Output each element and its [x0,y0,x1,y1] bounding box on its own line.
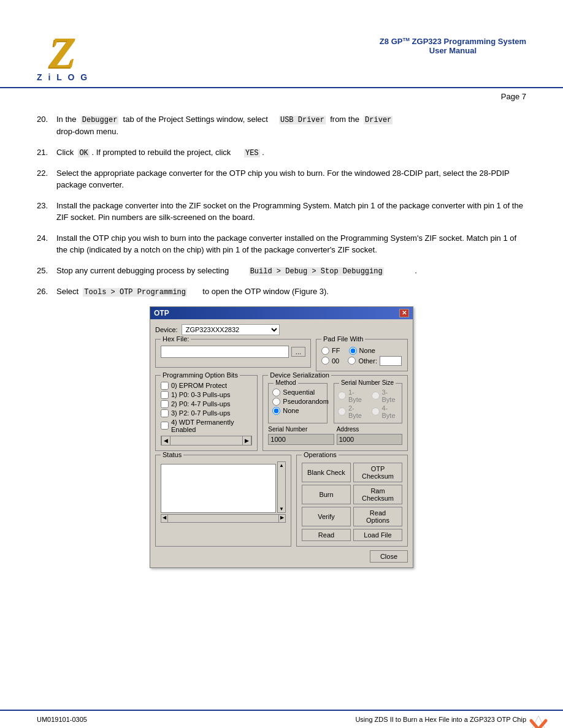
method-none-label: None [283,407,299,414]
status-group: Status ▲ ▼ ◀ ▶ [155,455,291,547]
checkbox-p2-07[interactable] [161,409,169,417]
read-options-button[interactable]: Read Options [353,507,402,526]
step-26-text: Select Tools > OTP Programming to open t… [56,286,526,298]
checkbox-1: 1) P0: 0-3 Pulls-ups [161,391,252,399]
step-23-num: 23. [37,200,56,224]
checkbox-4: 4) WDT Permanently Enabled [161,419,252,433]
prog-option-legend: Programming Option Bits [161,371,240,379]
status-legend: Status [161,451,183,458]
pad-ff-radio[interactable] [321,347,329,355]
method-sequential-row: Sequential [272,389,323,396]
size-4byte-label: 4-Byte [382,404,398,419]
address-input [337,434,402,445]
step-25-num: 25. [37,265,56,277]
scroll-track [170,436,242,445]
logo-text: Z i L O G [37,72,89,82]
device-label: Device: [155,326,178,333]
serial-number-label: Serial Number [268,426,334,433]
step-22: 22. Select the appropriate package conve… [37,167,526,191]
pad-ff-label: FF [332,347,340,354]
step-26: 26. Select Tools > OTP Programming to op… [37,286,526,298]
header-right: Z8 GPTM ZGP323 Programming System User M… [380,31,526,55]
read-button[interactable]: Read [302,529,351,541]
step-25: 25. Stop any current debugging process b… [37,265,526,277]
prog-option-group: Programming Option Bits 0) EPROM Protect… [155,375,258,451]
device-serial-legend: Device Serialization [268,371,331,379]
method-sequential-radio[interactable] [272,389,280,396]
size-3byte-radio [372,392,380,400]
size-1byte-row: 1-Byte 3-Byte [338,389,398,403]
step-23-text: Install the package converter into the Z… [56,200,526,224]
step-20-text: In the Debugger tab of the Project Setti… [56,113,526,138]
blank-check-button[interactable]: Blank Check [302,463,351,482]
checkbox-p0-47[interactable] [161,400,169,408]
step-23: 23. Install the package converter into t… [37,200,526,224]
step-24-text: Install the OTP chip you wish to burn in… [56,232,526,256]
step-22-num: 22. [37,167,56,191]
step-21-code-ok: OK [78,149,89,157]
ram-checksum-button[interactable]: Ram Checksum [353,485,402,504]
method-none-radio[interactable] [272,407,280,415]
serial-address-row: Serial Number Address [268,426,402,445]
verify-button[interactable]: Verify [302,507,351,526]
burn-button[interactable]: Burn [302,485,351,504]
footer-center: Using ZDS II to Burn a Hex File into a Z… [355,716,526,723]
step-25-code-build: Build > Debug > Stop Debugging [249,267,384,276]
serial-size-legend: Serial Number Size [339,379,396,386]
pad-00-row: 00 Other: [321,356,402,366]
checkbox-wdt[interactable] [161,422,169,430]
dialog-close-button[interactable]: ✕ [399,309,409,317]
method-pseudo-label: Pseudorandom [283,398,329,405]
step-21-code-yes: YES [244,149,260,157]
hex-browse-button[interactable]: ... [291,347,305,357]
size-1byte-radio [338,392,346,400]
hex-file-input[interactable] [161,346,289,358]
dialog-container: OTP ✕ Device: ZGP323XXX2832 [37,306,526,568]
load-file-button[interactable]: Load File [353,529,402,541]
pad-other-label: Other: [358,357,377,365]
checkbox-0: 0) EPROM Protect [161,382,252,390]
status-scroll-up[interactable]: ▲ [279,463,284,468]
step-21: 21. Click OK . If prompted to rebuild th… [37,146,526,159]
dialog-body: Device: ZGP323XXX2832 Hex File: ... [150,319,413,567]
size-2byte-row: 2-Byte 4-Byte [338,404,398,419]
pad-ff-row: FF None [321,347,402,355]
size-2byte-radio [338,408,346,415]
footer-left: UM019101-0305 [37,716,87,723]
hex-file-row: ... [161,346,305,358]
pad-other-radio[interactable] [348,357,356,365]
otp-checksum-button[interactable]: OTP Checksum [353,463,402,482]
otp-dialog: OTP ✕ Device: ZGP323XXX2832 [150,306,413,568]
checkbox-p0-03[interactable] [161,391,169,399]
step-21-text: Click OK . If prompted to rebuild the pr… [56,146,526,159]
status-scroll-down[interactable]: ▼ [279,506,284,512]
status-textarea[interactable] [161,464,276,513]
dialog-title: OTP [154,309,169,317]
pad-none-radio[interactable] [349,347,357,355]
method-none-row: None [272,407,323,415]
logo-z-letter: Z [50,31,77,75]
step-20-code-usbdriver: USB Driver [279,116,326,124]
method-legend: Method [274,379,297,386]
status-hscroll-left[interactable]: ◀ [161,515,168,522]
page-number: Page 7 [0,88,563,101]
page-container: Z Z i L O G Z8 GPTM ZGP323 Programming S… [0,18,563,728]
scroll-right-btn[interactable]: ▶ [242,436,251,446]
step-20-num: 20. [37,113,56,138]
scroll-left-btn[interactable]: ◀ [161,436,170,446]
checkbox-eprom-protect[interactable] [161,382,169,390]
device-select[interactable]: ZGP323XXX2832 [182,324,280,335]
footer: UM019101-0305 Using ZDS II to Burn a Hex… [0,710,563,728]
close-button[interactable]: Close [370,550,408,563]
serial-number-field: Serial Number [268,426,334,445]
checkbox-2: 2) P0: 4-7 Pulls-ups [161,400,252,408]
step-20-code-debugger: Debugger [81,116,119,124]
pad-00-label: 00 [332,357,339,365]
status-hscroll-right[interactable]: ▶ [278,515,285,522]
size-4byte-radio [372,408,380,415]
serial-size-group: Serial Number Size 1-Byte 3-Byte [334,383,402,423]
logo-area: Z Z i L O G [37,31,89,82]
pad-other-input[interactable] [380,356,402,366]
pad-00-radio[interactable] [321,357,329,365]
method-pseudo-radio[interactable] [272,398,280,406]
